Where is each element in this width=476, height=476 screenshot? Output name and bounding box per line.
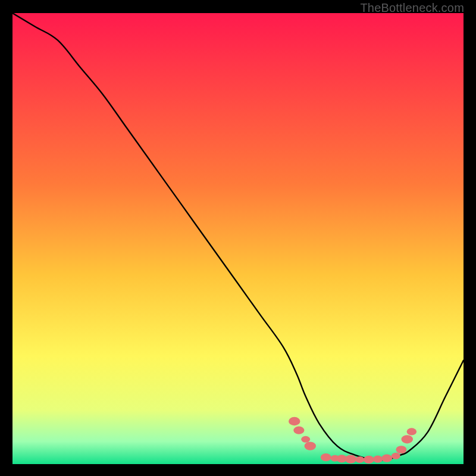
data-marker <box>364 456 374 464</box>
data-marker <box>373 456 383 463</box>
data-marker <box>396 446 406 453</box>
data-marker <box>293 427 304 434</box>
plot-area <box>12 13 464 464</box>
data-marker <box>345 455 357 464</box>
data-marker <box>301 436 310 443</box>
data-marker <box>305 442 317 450</box>
chart-frame: TheBottleneck.com <box>0 0 476 476</box>
data-marker <box>407 428 417 435</box>
data-marker <box>381 455 392 462</box>
data-marker <box>289 417 300 425</box>
gradient-background <box>12 13 464 464</box>
data-marker <box>321 453 331 461</box>
data-marker <box>392 453 400 459</box>
plot-svg <box>12 13 464 464</box>
data-marker <box>355 456 364 463</box>
data-marker <box>402 435 414 443</box>
